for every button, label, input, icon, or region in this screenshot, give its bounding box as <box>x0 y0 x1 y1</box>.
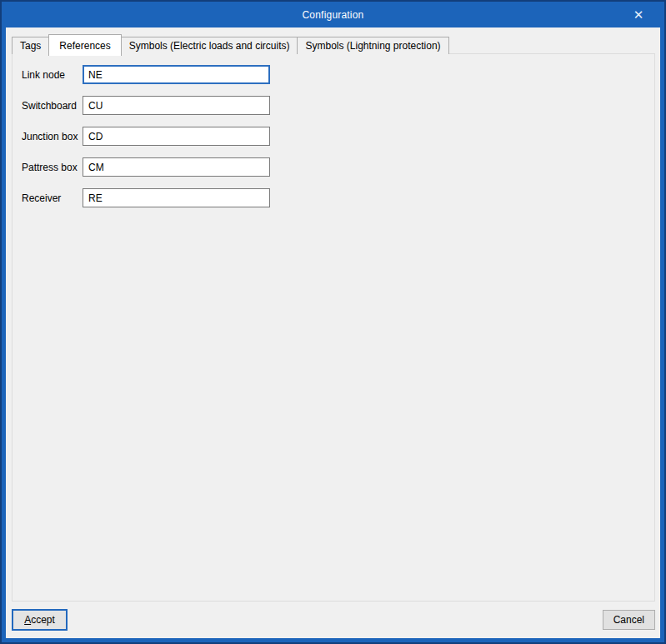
titlebar: Configuration ✕ <box>2 2 664 27</box>
dialog-body: Tags References Symbols (Electric loads … <box>6 27 660 638</box>
tab-references[interactable]: References <box>48 34 121 56</box>
cancel-button[interactable]: Cancel <box>603 610 655 630</box>
tab-label: Tags <box>20 40 41 52</box>
cancel-label: Cancel <box>613 614 644 626</box>
switchboard-input[interactable] <box>83 96 270 115</box>
tab-label: Symbols (Lightning protection) <box>305 40 440 52</box>
junction-box-input[interactable] <box>83 127 270 146</box>
receiver-label: Receiver <box>22 192 83 204</box>
form-row-junction-box: Junction box <box>22 127 654 146</box>
close-icon[interactable]: ✕ <box>624 2 653 27</box>
tab-tags[interactable]: Tags <box>12 37 49 54</box>
configuration-dialog: Configuration ✕ Tags References Symbols … <box>0 0 666 644</box>
switchboard-label: Switchboard <box>22 100 83 112</box>
tab-symbols-lightning[interactable]: Symbols (Lightning protection) <box>297 37 448 54</box>
dialog-footer: Accept Cancel <box>6 602 660 638</box>
form-row-switchboard: Switchboard <box>22 96 654 115</box>
accept-button[interactable]: Accept <box>12 609 68 631</box>
link-node-input[interactable] <box>83 65 270 84</box>
form-row-receiver: Receiver <box>22 188 654 207</box>
pattress-box-input[interactable] <box>83 157 270 177</box>
references-tab-page: Link node Switchboard Junction box Pattr… <box>12 53 655 602</box>
receiver-input[interactable] <box>83 188 270 207</box>
accept-mnemonic: A <box>24 614 31 626</box>
tab-label: References <box>59 40 110 52</box>
tab-strip: Tags References Symbols (Electric loads … <box>12 34 655 54</box>
tab-symbols-electric[interactable]: Symbols (Electric loads and circuits) <box>121 37 298 54</box>
form-row-link-node: Link node <box>22 65 654 84</box>
tab-label: Symbols (Electric loads and circuits) <box>129 40 290 52</box>
junction-box-label: Junction box <box>22 131 83 142</box>
window-title: Configuration <box>303 9 364 21</box>
pattress-box-label: Pattress box <box>22 162 83 173</box>
accept-rest: ccept <box>31 614 55 626</box>
link-node-label: Link node <box>22 69 83 81</box>
form-row-pattress-box: Pattress box <box>22 157 654 177</box>
